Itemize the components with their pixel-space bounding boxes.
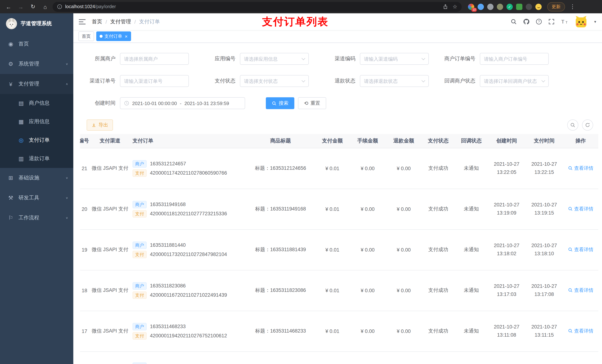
- cell-pay-status: 支付成功: [422, 229, 455, 270]
- search-icon[interactable]: [511, 19, 517, 25]
- help-icon[interactable]: ?: [536, 19, 542, 25]
- ext-colorful-icon[interactable]: 10: [468, 3, 474, 10]
- sidebar-item-home[interactable]: ◉ 首页: [0, 34, 73, 54]
- view-detail-link[interactable]: 查看详情: [568, 206, 593, 212]
- sidebar-item-app-info[interactable]: ▦ 应用信息: [0, 113, 73, 131]
- reload-button[interactable]: ↻: [28, 2, 38, 11]
- view-detail-link[interactable]: 查看详情: [568, 165, 593, 172]
- chevron-down-icon: [541, 78, 545, 82]
- browser-menu-button[interactable]: ⋮: [570, 3, 575, 10]
- owner-merchant-input[interactable]: [120, 53, 189, 65]
- cell-pay-status: [422, 351, 455, 364]
- export-button[interactable]: 导出: [87, 119, 113, 131]
- sidebar-item-pay-order[interactable]: ◎ 支付订单: [0, 131, 73, 149]
- cell-fee-amount: ¥ 0.00: [350, 270, 386, 311]
- notify-status-select[interactable]: [480, 75, 549, 87]
- tab-支付订单[interactable]: 支付订单 ×: [96, 31, 131, 41]
- pay-status-select[interactable]: [240, 75, 309, 87]
- breadcrumb-item[interactable]: 首页: [92, 18, 102, 25]
- cell-title: 标题：1635311881439: [246, 229, 315, 270]
- app-no-input[interactable]: [244, 56, 300, 62]
- sidebar-item-refund-order[interactable]: ▥ 退款订单: [0, 149, 73, 168]
- cell-pay-time: 2021-10-2713:17:08: [525, 270, 563, 311]
- sidebar-item-infra[interactable]: ⊞ 基础设施 ∨: [0, 168, 73, 188]
- font-size-icon[interactable]: TT: [561, 19, 569, 25]
- merchant-order-no-input[interactable]: [480, 53, 549, 65]
- reset-button[interactable]: ⟲ 重置: [298, 97, 326, 109]
- tab-首页[interactable]: 首页: [78, 31, 94, 41]
- channel-code-select[interactable]: [360, 53, 429, 65]
- refund-status-select[interactable]: [360, 75, 429, 87]
- app-logo[interactable]: 芋道管理系统: [0, 13, 73, 34]
- logo-rabbit-icon: [6, 18, 17, 29]
- ext-check-icon[interactable]: ✓: [506, 3, 513, 10]
- user-menu-caret-icon[interactable]: ▼: [593, 20, 597, 23]
- app-no-select[interactable]: [240, 53, 309, 65]
- cell-refund-amount: ¥ 0.00: [386, 148, 422, 189]
- user-avatar[interactable]: [575, 16, 587, 28]
- browser-profile-avatar[interactable]: [535, 3, 542, 10]
- sidebar-item-label: 支付订单: [29, 137, 50, 144]
- cell-title: 标题：1635311949168: [246, 189, 315, 229]
- search-icon: [568, 166, 573, 171]
- refund-status-input[interactable]: [364, 78, 420, 84]
- pay-status-input[interactable]: [244, 78, 300, 84]
- share-icon[interactable]: [443, 4, 448, 9]
- sidebar-item-payment[interactable]: ¥ 支付管理 ∧: [0, 74, 73, 94]
- breadcrumb-item[interactable]: 支付管理: [110, 18, 131, 25]
- back-button[interactable]: ←: [4, 2, 13, 11]
- site-info-icon[interactable]: [57, 4, 62, 9]
- page-annotation: 支付订单列表: [262, 15, 329, 29]
- forward-button[interactable]: →: [16, 2, 26, 11]
- order-number: 1635311468233: [150, 324, 186, 329]
- navbar-actions: ? TT ▼: [511, 16, 597, 28]
- cell-fee-amount: ¥ 0.00: [350, 311, 386, 351]
- merchant-order-no-input[interactable]: [484, 56, 545, 62]
- ext-green-square-icon[interactable]: [516, 3, 522, 10]
- filter-label: 所属商户: [80, 55, 116, 62]
- home-button[interactable]: ⌂: [40, 2, 50, 11]
- sidebar-toggle-icon[interactable]: [78, 18, 86, 25]
- table-row: 商户1635311157136: [80, 351, 598, 364]
- channel-order-no-input[interactable]: [120, 75, 189, 87]
- filter-refund-status: 退款状态: [320, 75, 429, 87]
- date-end: 2021-10-31 23:59:59: [184, 100, 229, 106]
- ext-blue-icon[interactable]: [478, 3, 484, 10]
- cell-action: 查看详情: [563, 270, 598, 311]
- create-time-range-picker[interactable]: 2021-10-01 00:00:00 - 2021-10-31 23:59:5…: [120, 97, 245, 109]
- breadcrumb-item: 支付订单: [139, 18, 160, 25]
- cell-pay-status: 支付成功: [422, 189, 455, 229]
- view-detail-link[interactable]: 查看详情: [568, 246, 593, 253]
- update-button[interactable]: 更新: [547, 2, 565, 11]
- ext-gray-icon[interactable]: [487, 3, 494, 10]
- table-search-toggle-button[interactable]: [567, 119, 578, 131]
- extensions-cluster: 10 ✓: [468, 3, 542, 10]
- fullscreen-icon[interactable]: [548, 19, 555, 25]
- infra-icon: ⊞: [7, 175, 14, 181]
- view-detail-link[interactable]: 查看详情: [568, 328, 593, 334]
- sidebar-item-system[interactable]: ⚙ 系统管理 ∨: [0, 54, 73, 74]
- cell-create-time: 2021-10-2713:22:05: [488, 148, 525, 189]
- tab-close-icon[interactable]: ×: [125, 34, 128, 39]
- notify-status-input[interactable]: [484, 78, 540, 84]
- cell-order: 商户1635311468233 支付4200001194202110276752…: [131, 311, 246, 351]
- cell-pay-time: 2021-10-2713:22:15: [525, 148, 563, 189]
- table-refresh-button[interactable]: [582, 119, 593, 131]
- sidebar-item-workflow[interactable]: ⚐ 工作流程 ∨: [0, 208, 73, 228]
- bookmark-star-icon[interactable]: ☆: [453, 4, 457, 10]
- view-detail-link[interactable]: 查看详情: [568, 287, 593, 294]
- order-number: 4200001181202110277723215336: [150, 211, 227, 216]
- search-icon: [568, 329, 573, 333]
- sidebar-item-merchant-info[interactable]: ▤ 商户信息: [0, 94, 73, 113]
- cell-order: 商户1635311157136: [131, 351, 246, 364]
- github-icon[interactable]: [523, 19, 529, 25]
- channel-code-input[interactable]: [364, 56, 420, 62]
- sidebar-item-devtools[interactable]: ⚒ 研发工具 ∨: [0, 188, 73, 208]
- channel-order-no-input[interactable]: [124, 78, 185, 84]
- ext-dark-icon[interactable]: [526, 3, 532, 10]
- search-button[interactable]: 搜索: [266, 97, 294, 109]
- ext-olive-icon[interactable]: [497, 3, 503, 10]
- gear-icon: ⚙: [7, 61, 14, 67]
- owner-merchant-input[interactable]: [124, 56, 185, 62]
- address-bar[interactable]: localhost:1024/pay/order ☆: [53, 2, 462, 12]
